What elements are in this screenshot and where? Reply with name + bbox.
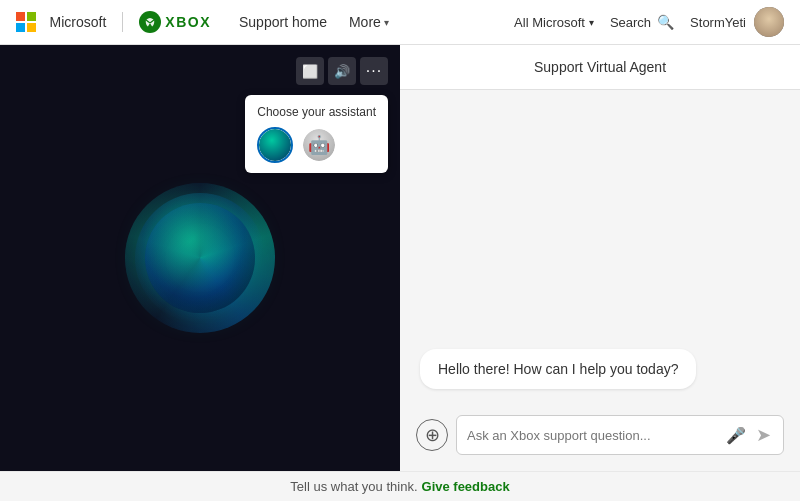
user-area[interactable]: StormYeti (690, 7, 784, 37)
footer: Tell us what you think. Give feedback (0, 471, 800, 501)
ms-logo-yellow (27, 23, 36, 32)
main-content: ⬜ 🔊 ··· Choose your assistant 🤖 (0, 45, 800, 471)
feedback-prompt: Tell us what you think. (290, 479, 417, 494)
more-control-button[interactable]: ··· (360, 57, 388, 85)
microsoft-text: Microsoft (50, 14, 107, 30)
search-button[interactable]: Search 🔍 (610, 14, 674, 30)
header-divider (122, 12, 123, 32)
screen-control-button[interactable]: ⬜ (296, 57, 324, 85)
nav-support-home[interactable]: Support home (229, 10, 337, 34)
ms-logo-green (27, 12, 36, 21)
microphone-button[interactable]: 🎤 (724, 424, 748, 447)
assistant-options: 🤖 (257, 127, 376, 163)
orb-glow (125, 183, 275, 333)
more-chevron-icon: ▾ (384, 17, 389, 28)
ai-orb (125, 183, 275, 333)
give-feedback-link[interactable]: Give feedback (422, 479, 510, 494)
nav-more[interactable]: More ▾ (339, 10, 399, 34)
header: Microsoft XBOX Support home More ▾ All M… (0, 0, 800, 45)
ellipsis-icon: ··· (366, 62, 382, 80)
user-avatar (754, 7, 784, 37)
plus-circle-icon: ⊕ (425, 424, 440, 446)
add-attachment-button[interactable]: ⊕ (416, 419, 448, 451)
chat-input-wrapper: 🎤 ➤ (456, 415, 784, 455)
chat-panel: Support Virtual Agent Hello there! How c… (400, 45, 800, 471)
chat-header: Support Virtual Agent (400, 45, 800, 90)
avatar-panel: ⬜ 🔊 ··· Choose your assistant 🤖 (0, 45, 400, 471)
assistant-picker: Choose your assistant 🤖 (245, 95, 388, 173)
volume-icon: 🔊 (334, 64, 350, 79)
screen-icon: ⬜ (302, 64, 318, 79)
ms-logo-blue (16, 23, 25, 32)
orb-core (145, 203, 255, 313)
chat-input-area: ⊕ 🎤 ➤ (400, 407, 800, 471)
ms-logo-red (16, 12, 25, 21)
header-right: All Microsoft ▾ Search 🔍 StormYeti (514, 7, 784, 37)
all-microsoft-button[interactable]: All Microsoft ▾ (514, 15, 594, 30)
all-microsoft-chevron-icon: ▾ (589, 17, 594, 28)
assistant-option-ai[interactable] (257, 127, 293, 163)
xbox-label: XBOX (165, 14, 211, 30)
volume-control-button[interactable]: 🔊 (328, 57, 356, 85)
chat-title: Support Virtual Agent (534, 59, 666, 75)
greeting-bubble: Hello there! How can I help you today? (420, 349, 696, 389)
assistant-option-bot[interactable]: 🤖 (301, 127, 337, 163)
main-nav: Support home More ▾ (229, 10, 399, 34)
send-icon: ➤ (756, 424, 771, 446)
assistant-picker-label: Choose your assistant (257, 105, 376, 119)
microsoft-logo[interactable] (16, 12, 36, 32)
microphone-icon: 🎤 (726, 426, 746, 445)
avatar-controls: ⬜ 🔊 ··· (296, 57, 388, 85)
chat-messages: Hello there! How can I help you today? (400, 90, 800, 407)
send-button[interactable]: ➤ (754, 422, 773, 448)
chat-input[interactable] (467, 428, 718, 443)
username-label: StormYeti (690, 15, 746, 30)
xbox-circle-icon (139, 11, 161, 33)
avatar-image (754, 7, 784, 37)
xbox-logo[interactable]: XBOX (139, 11, 211, 33)
search-icon: 🔍 (657, 14, 674, 30)
